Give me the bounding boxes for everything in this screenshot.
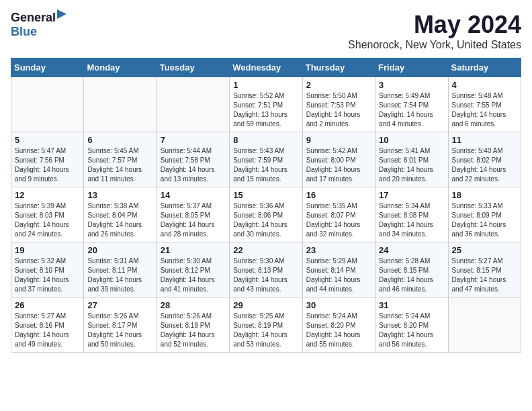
table-row: 12Sunrise: 5:39 AMSunset: 8:03 PMDayligh… xyxy=(11,187,84,242)
table-row xyxy=(157,77,229,132)
day-info: Sunrise: 5:41 AMSunset: 8:01 PMDaylight:… xyxy=(379,146,444,184)
day-number: 7 xyxy=(161,135,226,145)
day-number: 4 xyxy=(452,80,517,90)
table-row: 27Sunrise: 5:26 AMSunset: 8:17 PMDayligh… xyxy=(84,298,157,353)
table-row: 16Sunrise: 5:35 AMSunset: 8:07 PMDayligh… xyxy=(302,187,375,242)
day-number: 23 xyxy=(306,245,371,255)
table-row xyxy=(84,77,157,132)
table-row: 5Sunrise: 5:47 AMSunset: 7:56 PMDaylight… xyxy=(11,132,84,187)
svg-marker-0 xyxy=(57,9,66,19)
table-row: 15Sunrise: 5:36 AMSunset: 8:06 PMDayligh… xyxy=(230,187,302,242)
day-info: Sunrise: 5:36 AMSunset: 8:06 PMDaylight:… xyxy=(233,201,298,239)
day-number: 8 xyxy=(233,135,298,145)
day-info: Sunrise: 5:45 AMSunset: 7:57 PMDaylight:… xyxy=(87,146,152,184)
table-row: 9Sunrise: 5:42 AMSunset: 8:00 PMDaylight… xyxy=(302,132,375,187)
table-row: 26Sunrise: 5:27 AMSunset: 8:16 PMDayligh… xyxy=(11,298,84,353)
table-row: 20Sunrise: 5:31 AMSunset: 8:11 PMDayligh… xyxy=(84,242,157,298)
subtitle: Shenorock, New York, United States xyxy=(348,39,521,51)
table-row: 4Sunrise: 5:48 AMSunset: 7:55 PMDaylight… xyxy=(448,77,521,132)
table-row: 1Sunrise: 5:52 AMSunset: 7:51 PMDaylight… xyxy=(230,77,302,132)
table-row: 8Sunrise: 5:43 AMSunset: 7:59 PMDaylight… xyxy=(230,132,302,187)
day-number: 3 xyxy=(379,80,444,90)
day-info: Sunrise: 5:33 AMSunset: 8:09 PMDaylight:… xyxy=(452,201,517,239)
day-number: 1 xyxy=(233,80,298,90)
table-row: 3Sunrise: 5:49 AMSunset: 7:54 PMDaylight… xyxy=(375,77,448,132)
day-info: Sunrise: 5:29 AMSunset: 8:14 PMDaylight:… xyxy=(306,257,371,294)
day-info: Sunrise: 5:30 AMSunset: 8:13 PMDaylight:… xyxy=(233,257,298,294)
table-row: 17Sunrise: 5:34 AMSunset: 8:08 PMDayligh… xyxy=(375,187,448,242)
table-row: 25Sunrise: 5:27 AMSunset: 8:15 PMDayligh… xyxy=(448,242,521,298)
day-number: 15 xyxy=(233,190,298,200)
table-row: 19Sunrise: 5:32 AMSunset: 8:10 PMDayligh… xyxy=(11,242,84,298)
table-row: 18Sunrise: 5:33 AMSunset: 8:09 PMDayligh… xyxy=(448,187,521,242)
table-row: 11Sunrise: 5:40 AMSunset: 8:02 PMDayligh… xyxy=(448,132,521,187)
day-number: 29 xyxy=(233,300,298,310)
day-info: Sunrise: 5:26 AMSunset: 8:18 PMDaylight:… xyxy=(161,312,226,349)
day-number: 14 xyxy=(161,190,226,200)
main-title: May 2024 xyxy=(348,11,521,39)
day-number: 13 xyxy=(87,190,152,200)
day-info: Sunrise: 5:52 AMSunset: 7:51 PMDaylight:… xyxy=(233,91,298,129)
day-number: 9 xyxy=(306,135,371,145)
day-info: Sunrise: 5:27 AMSunset: 8:16 PMDaylight:… xyxy=(15,312,80,349)
day-info: Sunrise: 5:27 AMSunset: 8:15 PMDaylight:… xyxy=(452,257,517,294)
day-number: 16 xyxy=(306,190,371,200)
calendar-week-row: 26Sunrise: 5:27 AMSunset: 8:16 PMDayligh… xyxy=(11,298,521,353)
day-number: 31 xyxy=(379,300,444,310)
header-tuesday: Tuesday xyxy=(157,58,229,77)
day-info: Sunrise: 5:34 AMSunset: 8:08 PMDaylight:… xyxy=(379,201,444,239)
table-row: 23Sunrise: 5:29 AMSunset: 8:14 PMDayligh… xyxy=(302,242,375,298)
table-row: 13Sunrise: 5:38 AMSunset: 8:04 PMDayligh… xyxy=(84,187,157,242)
table-row: 29Sunrise: 5:25 AMSunset: 8:19 PMDayligh… xyxy=(230,298,302,353)
day-number: 21 xyxy=(161,245,226,255)
calendar-week-row: 5Sunrise: 5:47 AMSunset: 7:56 PMDaylight… xyxy=(11,132,521,187)
day-info: Sunrise: 5:47 AMSunset: 7:56 PMDaylight:… xyxy=(15,146,80,184)
table-row xyxy=(448,298,521,353)
header-saturday: Saturday xyxy=(448,58,521,77)
day-number: 6 xyxy=(87,135,152,145)
logo: General Blue xyxy=(11,11,56,39)
day-info: Sunrise: 5:42 AMSunset: 8:00 PMDaylight:… xyxy=(306,146,371,184)
day-number: 25 xyxy=(452,245,517,255)
table-row: 2Sunrise: 5:50 AMSunset: 7:53 PMDaylight… xyxy=(302,77,375,132)
table-row: 22Sunrise: 5:30 AMSunset: 8:13 PMDayligh… xyxy=(230,242,302,298)
day-info: Sunrise: 5:25 AMSunset: 8:19 PMDaylight:… xyxy=(233,312,298,349)
day-info: Sunrise: 5:50 AMSunset: 7:53 PMDaylight:… xyxy=(306,91,371,129)
header-friday: Friday xyxy=(375,58,448,77)
calendar-week-row: 19Sunrise: 5:32 AMSunset: 8:10 PMDayligh… xyxy=(11,242,521,298)
day-number: 18 xyxy=(452,190,517,200)
day-number: 26 xyxy=(15,300,80,310)
day-info: Sunrise: 5:26 AMSunset: 8:17 PMDaylight:… xyxy=(87,312,152,349)
table-row: 24Sunrise: 5:28 AMSunset: 8:15 PMDayligh… xyxy=(375,242,448,298)
header-wednesday: Wednesday xyxy=(230,58,302,77)
calendar-header-row: Sunday Monday Tuesday Wednesday Thursday… xyxy=(11,58,521,77)
table-row: 10Sunrise: 5:41 AMSunset: 8:01 PMDayligh… xyxy=(375,132,448,187)
day-info: Sunrise: 5:24 AMSunset: 8:20 PMDaylight:… xyxy=(306,312,371,349)
table-row xyxy=(11,77,84,132)
calendar-table: Sunday Monday Tuesday Wednesday Thursday… xyxy=(11,58,521,353)
day-number: 11 xyxy=(452,135,517,145)
table-row: 28Sunrise: 5:26 AMSunset: 8:18 PMDayligh… xyxy=(157,298,229,353)
day-number: 12 xyxy=(15,190,80,200)
page-header: General Blue May 2024 Shenorock, New Yor… xyxy=(11,11,521,51)
day-info: Sunrise: 5:32 AMSunset: 8:10 PMDaylight:… xyxy=(15,257,80,294)
day-info: Sunrise: 5:48 AMSunset: 7:55 PMDaylight:… xyxy=(452,91,517,129)
table-row: 31Sunrise: 5:24 AMSunset: 8:20 PMDayligh… xyxy=(375,298,448,353)
day-number: 20 xyxy=(87,245,152,255)
day-info: Sunrise: 5:43 AMSunset: 7:59 PMDaylight:… xyxy=(233,146,298,184)
day-number: 28 xyxy=(161,300,226,310)
day-info: Sunrise: 5:35 AMSunset: 8:07 PMDaylight:… xyxy=(306,201,371,239)
day-info: Sunrise: 5:40 AMSunset: 8:02 PMDaylight:… xyxy=(452,146,517,184)
day-number: 17 xyxy=(379,190,444,200)
day-number: 19 xyxy=(15,245,80,255)
title-section: May 2024 Shenorock, New York, United Sta… xyxy=(348,11,521,51)
day-info: Sunrise: 5:31 AMSunset: 8:11 PMDaylight:… xyxy=(87,257,152,294)
header-sunday: Sunday xyxy=(11,58,84,77)
day-number: 27 xyxy=(87,300,152,310)
day-info: Sunrise: 5:24 AMSunset: 8:20 PMDaylight:… xyxy=(379,312,444,349)
day-info: Sunrise: 5:28 AMSunset: 8:15 PMDaylight:… xyxy=(379,257,444,294)
table-row: 7Sunrise: 5:44 AMSunset: 7:58 PMDaylight… xyxy=(157,132,229,187)
day-info: Sunrise: 5:37 AMSunset: 8:05 PMDaylight:… xyxy=(161,201,226,239)
table-row: 14Sunrise: 5:37 AMSunset: 8:05 PMDayligh… xyxy=(157,187,229,242)
table-row: 30Sunrise: 5:24 AMSunset: 8:20 PMDayligh… xyxy=(302,298,375,353)
